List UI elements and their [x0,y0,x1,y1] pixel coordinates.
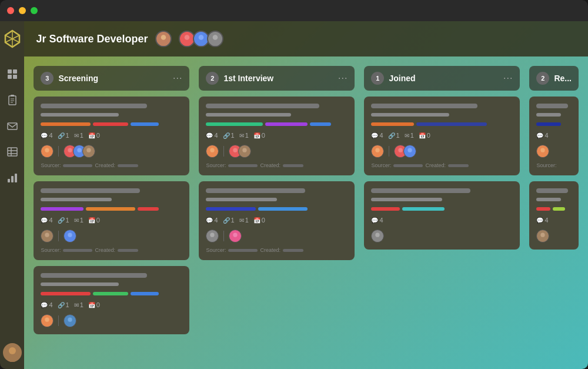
column-header-joined: 1 Joined ··· [364,66,520,91]
card-screening-3[interactable]: 💬4 🔗1 ✉1 📅0 [34,266,189,334]
comment-count-2: 💬4 [41,217,52,224]
attach-icon-2: 🔗 [58,217,65,224]
card-meta-i2: 💬4 🔗1 ✉1 📅0 [206,217,348,224]
sidebar-item-clipboard[interactable] [2,89,23,111]
cal-ic-s3: 📅 [88,302,95,308]
card-av-j1-g2 [403,145,416,158]
card-av-s3-1 [41,314,54,327]
svg-rect-0 [8,69,12,74]
sourcer-value [63,164,92,167]
attach-count-2: 🔗1 [58,217,69,224]
card-joined-1[interactable]: 💬4 🔗1 ✉1 📅0 [364,97,520,175]
sourcer-row-i1: Sourcer: Created: [206,162,348,168]
card-footer-j1 [371,145,513,158]
svg-point-39 [45,318,49,322]
comment-icon-2: 💬 [41,217,48,224]
sourcer-row-1: Sourcer: Created: [41,162,182,168]
column-first-interview: 2 1st Interview ··· 💬4 🔗1 [199,66,355,360]
card-avatar-1 [41,145,54,158]
cl-ic-i1: 📅 [253,132,260,139]
svg-point-23 [198,35,203,40]
svg-point-28 [44,153,51,157]
card-bars-i2 [206,207,348,211]
card-footer-screening-2 [41,230,182,242]
card-joined-2[interactable]: 💬4 [364,181,520,250]
column-partial: 2 Re... 💬4 [529,66,579,360]
svg-rect-2 [8,75,12,79]
svg-point-45 [233,148,238,152]
card-bars-j1 [371,122,513,126]
card-partial-1[interactable]: 💬4 Sourcer: [529,97,579,175]
card-screening-2[interactable]: 💬4 🔗1 ✉1 📅0 [34,181,189,260]
traffic-light-yellow[interactable] [19,7,26,14]
card-pmeta-1: 💬4 [536,132,572,139]
src-label-i1: Sourcer: [206,162,226,168]
sidebar-item-chart[interactable] [2,167,23,188]
svg-point-41 [68,318,72,322]
svg-point-50 [209,238,216,242]
card-title-i1 [206,104,319,108]
card-avs-grp-i1 [229,145,251,158]
page-title: Jr Software Developer [36,33,148,45]
card-ptitle-2 [536,188,568,193]
card-title-j1 [371,104,477,108]
card-bars-i1 [206,122,348,126]
traffic-light-green[interactable] [31,7,38,14]
card-psub-1 [536,113,561,117]
card-avatars-screening-1 [41,145,54,158]
comment-count: 💬 4 [41,132,52,139]
column-header-partial: 2 Re... [529,66,579,91]
ml-ic-j1: ✉ [405,132,409,139]
card-pfooter-2 [536,230,572,242]
column-more-screening[interactable]: ··· [173,73,182,84]
card-avatars-s2 [41,230,54,242]
card-avs-grp-s3 [64,314,76,327]
card-pfooter-1 [536,145,572,158]
svg-point-31 [78,148,82,152]
title-bar [0,0,588,21]
app-logo[interactable] [2,28,23,49]
card-avs-i2 [206,230,219,242]
user-avatar[interactable] [3,343,22,362]
svg-point-26 [211,41,219,46]
card-interview-2[interactable]: 💬4 🔗1 ✉1 📅0 [199,181,355,260]
card-meta-i1: 💬4 🔗1 ✉1 📅0 [206,132,348,139]
card-pbars-1 [536,122,572,126]
svg-point-22 [182,41,191,46]
cmt-ic-i2: 💬 [206,217,213,224]
svg-point-55 [399,148,403,152]
card-partial-2[interactable]: 💬4 [529,181,579,250]
mail-count: ✉ 1 [74,132,83,139]
sidebar-item-grid[interactable] [2,64,23,85]
card-sub-j1 [371,113,449,117]
svg-point-21 [184,35,189,40]
traffic-light-red[interactable] [7,7,14,14]
column-screening: 3 Screening ··· 💬 [34,66,189,360]
svg-point-54 [374,153,382,157]
column-more-joined[interactable]: ··· [503,73,513,84]
card-avatars-group-1 [64,145,95,158]
card-av-s2-1 [41,230,54,242]
crt-label-j1: Created: [425,162,446,168]
kanban-board: 3 Screening ··· 💬 [24,56,588,369]
svg-point-44 [209,153,216,157]
src-label-i2: Sourcer: [206,247,226,253]
svg-point-59 [376,233,380,237]
sidebar-item-mail[interactable] [2,115,23,137]
card-interview-1[interactable]: 💬4 🔗1 ✉1 📅0 [199,97,355,175]
mail-count-2: ✉1 [74,217,83,224]
column-count-joined: 1 [371,72,384,85]
card-bars-j2 [371,207,513,211]
svg-point-53 [376,148,380,152]
card-footer-j2 [371,230,513,242]
cal-count-2: 📅0 [88,217,100,224]
column-more-interview[interactable]: ··· [338,73,348,84]
svg-point-24 [196,41,205,46]
card-screening-1[interactable]: 💬 4 🔗 1 ✉ 1 📅 0 [34,97,189,175]
card-footer-screening-1 [41,145,182,158]
svg-rect-3 [13,75,17,79]
card-bars-screening-1 [41,122,182,126]
card-footer-i1 [206,145,348,158]
attach-ic-s3: 🔗 [58,302,65,308]
sidebar-item-table[interactable] [2,141,23,162]
